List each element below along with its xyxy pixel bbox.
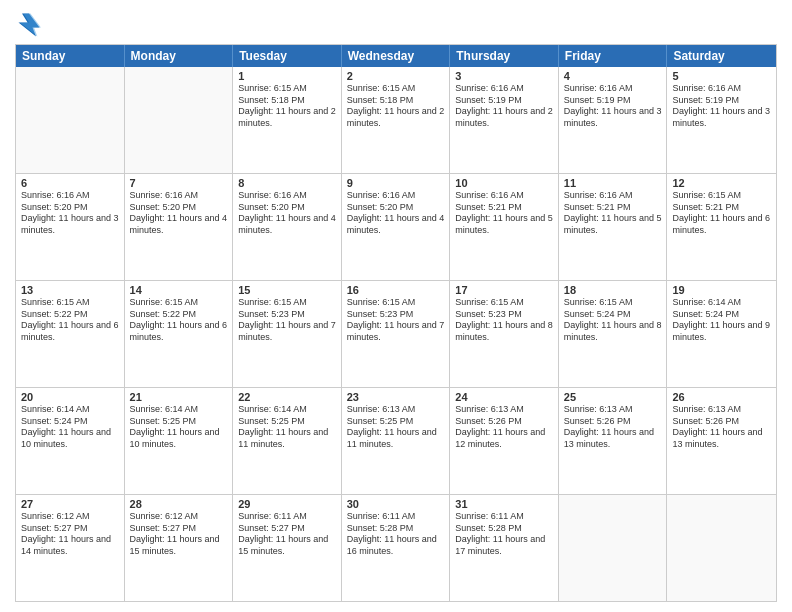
calendar-cell: 18Sunrise: 6:15 AM Sunset: 5:24 PM Dayli… — [559, 281, 668, 387]
day-number: 6 — [21, 177, 119, 189]
cell-info: Sunrise: 6:16 AM Sunset: 5:20 PM Dayligh… — [130, 190, 228, 237]
day-number: 31 — [455, 498, 553, 510]
day-number: 7 — [130, 177, 228, 189]
cell-info: Sunrise: 6:13 AM Sunset: 5:26 PM Dayligh… — [564, 404, 662, 451]
day-of-week-wednesday: Wednesday — [342, 45, 451, 67]
calendar-cell: 12Sunrise: 6:15 AM Sunset: 5:21 PM Dayli… — [667, 174, 776, 280]
calendar-cell: 31Sunrise: 6:11 AM Sunset: 5:28 PM Dayli… — [450, 495, 559, 601]
cell-info: Sunrise: 6:16 AM Sunset: 5:19 PM Dayligh… — [564, 83, 662, 130]
cell-info: Sunrise: 6:15 AM Sunset: 5:18 PM Dayligh… — [238, 83, 336, 130]
calendar-cell: 11Sunrise: 6:16 AM Sunset: 5:21 PM Dayli… — [559, 174, 668, 280]
cell-info: Sunrise: 6:14 AM Sunset: 5:24 PM Dayligh… — [672, 297, 771, 344]
calendar-cell: 7Sunrise: 6:16 AM Sunset: 5:20 PM Daylig… — [125, 174, 234, 280]
cell-info: Sunrise: 6:15 AM Sunset: 5:22 PM Dayligh… — [130, 297, 228, 344]
day-number: 14 — [130, 284, 228, 296]
day-number: 13 — [21, 284, 119, 296]
day-number: 4 — [564, 70, 662, 82]
cell-info: Sunrise: 6:14 AM Sunset: 5:25 PM Dayligh… — [238, 404, 336, 451]
day-number: 16 — [347, 284, 445, 296]
cell-info: Sunrise: 6:13 AM Sunset: 5:26 PM Dayligh… — [455, 404, 553, 451]
calendar-cell: 24Sunrise: 6:13 AM Sunset: 5:26 PM Dayli… — [450, 388, 559, 494]
calendar-cell: 16Sunrise: 6:15 AM Sunset: 5:23 PM Dayli… — [342, 281, 451, 387]
calendar-cell: 19Sunrise: 6:14 AM Sunset: 5:24 PM Dayli… — [667, 281, 776, 387]
calendar-row-2: 13Sunrise: 6:15 AM Sunset: 5:22 PM Dayli… — [16, 280, 776, 387]
calendar-header: SundayMondayTuesdayWednesdayThursdayFrid… — [16, 45, 776, 67]
day-number: 28 — [130, 498, 228, 510]
day-number: 19 — [672, 284, 771, 296]
calendar-cell: 26Sunrise: 6:13 AM Sunset: 5:26 PM Dayli… — [667, 388, 776, 494]
cell-info: Sunrise: 6:15 AM Sunset: 5:22 PM Dayligh… — [21, 297, 119, 344]
calendar-cell — [16, 67, 125, 173]
day-number: 11 — [564, 177, 662, 189]
calendar-cell: 2Sunrise: 6:15 AM Sunset: 5:18 PM Daylig… — [342, 67, 451, 173]
cell-info: Sunrise: 6:12 AM Sunset: 5:27 PM Dayligh… — [130, 511, 228, 558]
calendar-cell: 13Sunrise: 6:15 AM Sunset: 5:22 PM Dayli… — [16, 281, 125, 387]
day-number: 27 — [21, 498, 119, 510]
day-number: 29 — [238, 498, 336, 510]
calendar-cell — [559, 495, 668, 601]
day-number: 12 — [672, 177, 771, 189]
cell-info: Sunrise: 6:11 AM Sunset: 5:28 PM Dayligh… — [347, 511, 445, 558]
calendar-cell: 15Sunrise: 6:15 AM Sunset: 5:23 PM Dayli… — [233, 281, 342, 387]
cell-info: Sunrise: 6:16 AM Sunset: 5:20 PM Dayligh… — [21, 190, 119, 237]
cell-info: Sunrise: 6:16 AM Sunset: 5:21 PM Dayligh… — [455, 190, 553, 237]
calendar-cell: 4Sunrise: 6:16 AM Sunset: 5:19 PM Daylig… — [559, 67, 668, 173]
cell-info: Sunrise: 6:14 AM Sunset: 5:25 PM Dayligh… — [130, 404, 228, 451]
header — [15, 10, 777, 38]
calendar-cell: 20Sunrise: 6:14 AM Sunset: 5:24 PM Dayli… — [16, 388, 125, 494]
calendar-row-1: 6Sunrise: 6:16 AM Sunset: 5:20 PM Daylig… — [16, 173, 776, 280]
calendar-cell: 3Sunrise: 6:16 AM Sunset: 5:19 PM Daylig… — [450, 67, 559, 173]
cell-info: Sunrise: 6:12 AM Sunset: 5:27 PM Dayligh… — [21, 511, 119, 558]
day-number: 9 — [347, 177, 445, 189]
day-number: 20 — [21, 391, 119, 403]
cell-info: Sunrise: 6:16 AM Sunset: 5:21 PM Dayligh… — [564, 190, 662, 237]
cell-info: Sunrise: 6:11 AM Sunset: 5:27 PM Dayligh… — [238, 511, 336, 558]
cell-info: Sunrise: 6:13 AM Sunset: 5:25 PM Dayligh… — [347, 404, 445, 451]
calendar-row-4: 27Sunrise: 6:12 AM Sunset: 5:27 PM Dayli… — [16, 494, 776, 601]
day-number: 17 — [455, 284, 553, 296]
calendar-cell: 6Sunrise: 6:16 AM Sunset: 5:20 PM Daylig… — [16, 174, 125, 280]
calendar-cell: 17Sunrise: 6:15 AM Sunset: 5:23 PM Dayli… — [450, 281, 559, 387]
day-number: 24 — [455, 391, 553, 403]
day-of-week-friday: Friday — [559, 45, 668, 67]
calendar-cell: 14Sunrise: 6:15 AM Sunset: 5:22 PM Dayli… — [125, 281, 234, 387]
cell-info: Sunrise: 6:15 AM Sunset: 5:24 PM Dayligh… — [564, 297, 662, 344]
calendar-cell: 25Sunrise: 6:13 AM Sunset: 5:26 PM Dayli… — [559, 388, 668, 494]
calendar-cell: 9Sunrise: 6:16 AM Sunset: 5:20 PM Daylig… — [342, 174, 451, 280]
cell-info: Sunrise: 6:13 AM Sunset: 5:26 PM Dayligh… — [672, 404, 771, 451]
logo-icon — [15, 10, 43, 38]
calendar-row-0: 1Sunrise: 6:15 AM Sunset: 5:18 PM Daylig… — [16, 67, 776, 173]
day-of-week-thursday: Thursday — [450, 45, 559, 67]
cell-info: Sunrise: 6:16 AM Sunset: 5:19 PM Dayligh… — [455, 83, 553, 130]
calendar-body: 1Sunrise: 6:15 AM Sunset: 5:18 PM Daylig… — [16, 67, 776, 601]
cell-info: Sunrise: 6:14 AM Sunset: 5:24 PM Dayligh… — [21, 404, 119, 451]
day-number: 25 — [564, 391, 662, 403]
day-number: 26 — [672, 391, 771, 403]
calendar-cell: 1Sunrise: 6:15 AM Sunset: 5:18 PM Daylig… — [233, 67, 342, 173]
day-number: 23 — [347, 391, 445, 403]
cell-info: Sunrise: 6:15 AM Sunset: 5:21 PM Dayligh… — [672, 190, 771, 237]
calendar-cell: 29Sunrise: 6:11 AM Sunset: 5:27 PM Dayli… — [233, 495, 342, 601]
calendar-cell: 5Sunrise: 6:16 AM Sunset: 5:19 PM Daylig… — [667, 67, 776, 173]
calendar-row-3: 20Sunrise: 6:14 AM Sunset: 5:24 PM Dayli… — [16, 387, 776, 494]
day-of-week-monday: Monday — [125, 45, 234, 67]
calendar-cell: 22Sunrise: 6:14 AM Sunset: 5:25 PM Dayli… — [233, 388, 342, 494]
calendar-cell: 23Sunrise: 6:13 AM Sunset: 5:25 PM Dayli… — [342, 388, 451, 494]
day-number: 8 — [238, 177, 336, 189]
calendar-cell — [667, 495, 776, 601]
calendar-cell: 21Sunrise: 6:14 AM Sunset: 5:25 PM Dayli… — [125, 388, 234, 494]
calendar-cell: 27Sunrise: 6:12 AM Sunset: 5:27 PM Dayli… — [16, 495, 125, 601]
day-number: 18 — [564, 284, 662, 296]
day-number: 10 — [455, 177, 553, 189]
page: SundayMondayTuesdayWednesdayThursdayFrid… — [0, 0, 792, 612]
calendar-cell: 8Sunrise: 6:16 AM Sunset: 5:20 PM Daylig… — [233, 174, 342, 280]
day-number: 5 — [672, 70, 771, 82]
day-of-week-sunday: Sunday — [16, 45, 125, 67]
cell-info: Sunrise: 6:16 AM Sunset: 5:19 PM Dayligh… — [672, 83, 771, 130]
calendar-cell: 30Sunrise: 6:11 AM Sunset: 5:28 PM Dayli… — [342, 495, 451, 601]
calendar-cell — [125, 67, 234, 173]
day-number: 30 — [347, 498, 445, 510]
cell-info: Sunrise: 6:15 AM Sunset: 5:23 PM Dayligh… — [455, 297, 553, 344]
cell-info: Sunrise: 6:11 AM Sunset: 5:28 PM Dayligh… — [455, 511, 553, 558]
day-number: 3 — [455, 70, 553, 82]
